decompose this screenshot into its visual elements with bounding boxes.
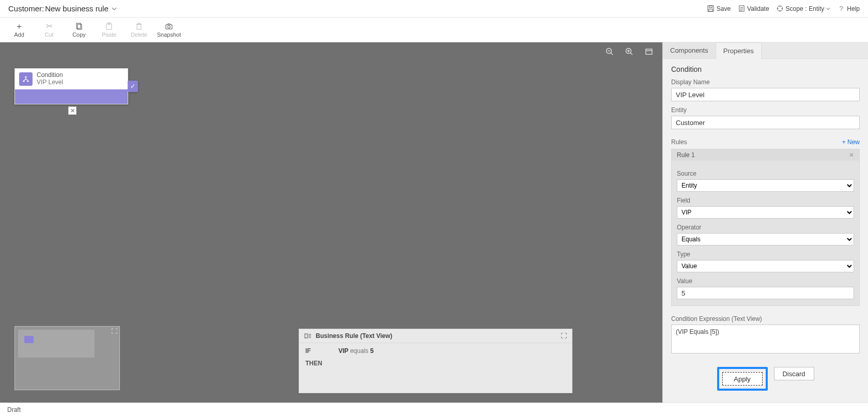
save-button[interactable]: Save <box>707 5 731 12</box>
scope-icon <box>777 5 784 12</box>
expr-field: VIP <box>338 347 348 355</box>
discard-label: Discard <box>782 370 805 378</box>
text-view-icon <box>304 332 312 340</box>
delete-label: Delete <box>131 32 147 38</box>
then-keyword: THEN <box>305 360 336 367</box>
value-label: Value <box>677 278 854 285</box>
condition-node[interactable]: Condition VIP Level ✓ ✕ <box>14 68 138 104</box>
tab-components[interactable]: Components <box>663 42 716 59</box>
snapshot-button[interactable]: Snapshot <box>154 18 184 42</box>
tab-properties-label: Properties <box>723 47 754 55</box>
rules-label: Rules <box>671 138 687 146</box>
save-label: Save <box>717 5 731 12</box>
field-label: Field <box>677 197 854 204</box>
apply-label: Apply <box>734 375 751 383</box>
zoom-in-icon[interactable] <box>625 48 634 56</box>
expr-val: 5 <box>370 347 374 355</box>
new-rule-button[interactable]: + New <box>842 138 860 146</box>
value-input[interactable] <box>677 287 854 299</box>
svg-rect-18 <box>305 334 307 338</box>
scope-button[interactable]: Scope : Entity <box>777 5 831 12</box>
expand-icon[interactable]: ⛶ <box>111 328 117 335</box>
source-select[interactable]: Entity <box>677 179 854 192</box>
help-button[interactable]: ? Help <box>838 5 860 12</box>
canvas-controls <box>606 48 654 56</box>
chevron-down-icon[interactable] <box>112 6 117 11</box>
help-icon: ? <box>838 5 845 12</box>
status-draft: Draft <box>7 406 21 413</box>
snapshot-label: Snapshot <box>157 32 181 38</box>
rule-block: Rule 1 ✕ Source Entity Field VIP Operato… <box>671 149 860 306</box>
title-entity: Customer: <box>8 4 44 13</box>
cut-button[interactable]: ✂ Cut <box>34 18 64 42</box>
tab-components-label: Components <box>670 47 708 54</box>
minimap-viewport[interactable] <box>18 330 95 358</box>
validate-icon <box>738 5 745 12</box>
minimap[interactable]: ⛶ <box>14 326 120 390</box>
paste-icon <box>105 22 113 30</box>
condition-icon <box>19 72 33 86</box>
copy-label: Copy <box>72 32 86 38</box>
tab-properties[interactable]: Properties <box>716 42 762 59</box>
source-label: Source <box>677 170 854 177</box>
close-icon[interactable]: ✕ <box>68 106 76 115</box>
toolbar: ＋ Add ✂ Cut Copy Paste Delete Snapshot <box>0 18 868 42</box>
title-bar: Customer: New business rule Save Validat… <box>0 0 868 18</box>
svg-rect-14 <box>646 49 652 54</box>
side-panel: Components Properties Condition Display … <box>662 42 868 403</box>
text-view-panel: Business Rule (Text View) ⛶ IF VIP equal… <box>299 329 572 393</box>
page-title[interactable]: Customer: New business rule <box>8 4 117 13</box>
apply-highlight: Apply <box>717 367 768 391</box>
svg-rect-9 <box>137 24 141 29</box>
type-select[interactable]: Value <box>677 260 854 272</box>
operator-select[interactable]: Equals <box>677 233 854 245</box>
if-keyword: IF <box>305 347 336 355</box>
close-icon[interactable]: ✕ <box>849 151 854 159</box>
plus-icon: ＋ <box>15 22 23 30</box>
cut-icon: ✂ <box>46 22 53 30</box>
zoom-out-icon[interactable] <box>606 48 615 56</box>
workspace: Condition VIP Level ✓ ✕ ⛶ <box>0 42 868 403</box>
field-select[interactable]: VIP <box>677 206 854 219</box>
svg-point-15 <box>25 76 26 78</box>
chevron-down-icon <box>826 7 830 11</box>
add-button[interactable]: ＋ Add <box>4 18 34 42</box>
node-action-strip <box>15 89 128 104</box>
display-name-input[interactable] <box>671 88 860 101</box>
rule-title: Rule 1 <box>677 151 695 159</box>
node-name-label: VIP Level <box>37 79 63 86</box>
camera-icon <box>165 22 173 30</box>
check-icon[interactable]: ✓ <box>128 81 138 92</box>
fit-screen-icon[interactable] <box>645 48 654 56</box>
scope-label: Scope : <box>786 5 807 12</box>
node-type-label: Condition <box>37 72 63 79</box>
paste-button[interactable]: Paste <box>94 18 124 42</box>
svg-point-17 <box>27 80 28 82</box>
apply-button[interactable]: Apply <box>722 372 763 386</box>
type-label: Type <box>677 251 854 258</box>
expand-icon[interactable]: ⛶ <box>561 332 567 340</box>
validate-label: Validate <box>747 5 769 12</box>
add-label: Add <box>14 32 24 38</box>
minimap-node <box>24 336 34 343</box>
delete-button[interactable]: Delete <box>124 18 154 42</box>
copy-button[interactable]: Copy <box>64 18 94 42</box>
validate-button[interactable]: Validate <box>738 5 769 12</box>
display-name-label: Display Name <box>671 79 860 86</box>
entity-input[interactable] <box>671 116 860 129</box>
cut-label: Cut <box>44 32 53 38</box>
save-icon <box>707 5 715 12</box>
discard-button[interactable]: Discard <box>774 367 814 380</box>
svg-point-16 <box>23 80 24 82</box>
title-rule-name: New business rule <box>45 4 109 13</box>
operator-label: Operator <box>677 224 854 231</box>
condition-expression-box: (VIP Equals [5]) <box>671 325 860 353</box>
svg-rect-2 <box>709 9 712 11</box>
if-expression: VIP equals 5 <box>338 347 374 355</box>
canvas[interactable]: Condition VIP Level ✓ ✕ ⛶ <box>0 42 662 403</box>
section-title: Condition <box>671 65 860 73</box>
help-label: Help <box>847 5 860 12</box>
copy-icon <box>75 22 83 30</box>
status-bar: Draft <box>0 403 868 416</box>
trash-icon <box>135 22 143 30</box>
